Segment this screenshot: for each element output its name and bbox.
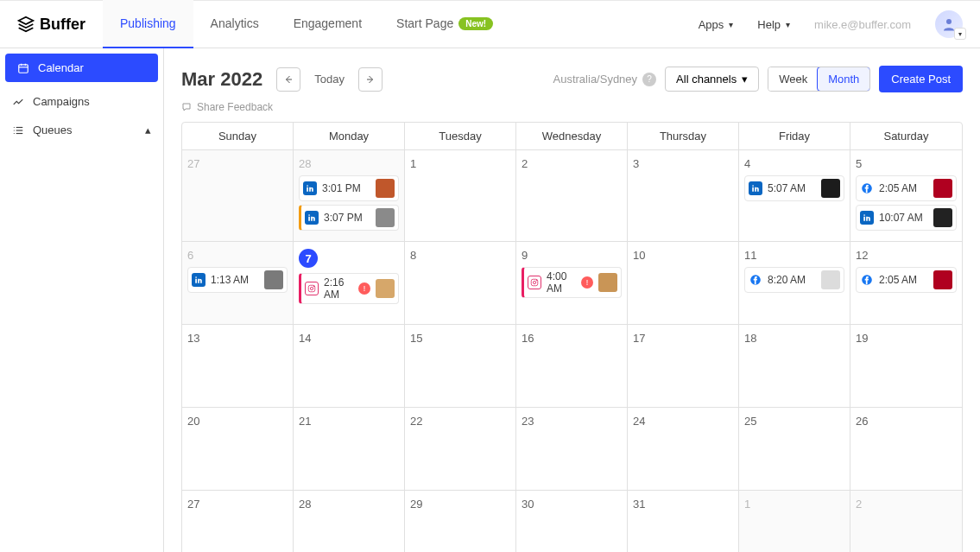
- day-number: 29: [410, 498, 510, 511]
- tab-label: Engagement: [294, 16, 362, 30]
- day-number: 27: [187, 498, 288, 511]
- calendar-day-cell[interactable]: 30: [516, 491, 628, 552]
- sidebar-item-queues[interactable]: Queues▴: [0, 116, 163, 144]
- calendar-day-cell[interactable]: 15: [405, 325, 516, 408]
- calendar-day-cell[interactable]: 14: [294, 325, 405, 408]
- day-number: 7: [299, 249, 318, 268]
- calendar-day-cell[interactable]: 45:07 AM: [739, 150, 850, 242]
- calendar-day-cell[interactable]: 10: [628, 242, 739, 325]
- calendar-day-cell[interactable]: 25: [739, 408, 850, 491]
- day-number: 17: [633, 332, 733, 345]
- help-menu[interactable]: Help: [757, 18, 790, 31]
- scheduled-post[interactable]: 2:05 AM: [856, 175, 957, 201]
- svg-point-9: [14, 130, 15, 130]
- day-header: Monday: [294, 123, 405, 149]
- calendar-day-cell[interactable]: 61:13 AM: [182, 242, 294, 325]
- calendar-day-cell[interactable]: 2: [850, 491, 962, 552]
- calendar-day-cell[interactable]: 1: [405, 150, 516, 242]
- calendar-day-cell[interactable]: 3: [628, 150, 739, 242]
- view-week[interactable]: Week: [768, 67, 818, 91]
- calendar-day-cell[interactable]: 22: [405, 408, 516, 491]
- sidebar-item-label: Queues: [33, 124, 73, 136]
- calendar-day-cell[interactable]: 27: [182, 150, 294, 242]
- calendar-day-cell[interactable]: 94:00 AM!: [516, 242, 628, 325]
- post-thumbnail: [264, 270, 283, 289]
- day-number: 19: [856, 332, 957, 345]
- scheduled-post[interactable]: 8:20 AM: [744, 267, 844, 293]
- day-number: 6: [187, 249, 288, 262]
- calendar-day-cell[interactable]: 29: [405, 491, 516, 552]
- calendar-header: Mar 2022 Today Australia/Sydney ? All ch…: [181, 66, 963, 92]
- month-title: Mar 2022: [181, 68, 262, 91]
- main-tabs: PublishingAnalyticsEngagementStart PageN…: [103, 0, 510, 48]
- buffer-logo-icon: [17, 16, 35, 33]
- day-number: 28: [299, 498, 399, 511]
- svg-rect-15: [752, 187, 754, 192]
- chevron-down-icon: ▾: [742, 73, 748, 86]
- chat-icon: [181, 102, 192, 112]
- brand-logo[interactable]: Buffer: [17, 16, 85, 34]
- calendar-day-cell[interactable]: 72:16 AM!: [294, 242, 405, 325]
- calendar-day-cell[interactable]: 21: [294, 408, 405, 491]
- create-post-button[interactable]: Create Post: [879, 66, 963, 92]
- scheduled-post[interactable]: 3:01 PM: [299, 175, 399, 201]
- calendar-day-cell[interactable]: 20: [182, 408, 294, 491]
- view-month[interactable]: Month: [817, 67, 870, 92]
- calendar-day-cell[interactable]: 24: [628, 408, 739, 491]
- day-number: 2: [856, 498, 957, 511]
- calendar-day-cell[interactable]: 13: [182, 325, 294, 408]
- calendar-day-cell[interactable]: 283:01 PM3:07 PM: [294, 150, 405, 242]
- sidebar-item-calendar[interactable]: Calendar: [5, 54, 158, 82]
- calendar-day-cell[interactable]: 23: [516, 408, 628, 491]
- calendar-day-cell[interactable]: 1: [739, 491, 850, 552]
- calendar-day-cell[interactable]: 122:05 AM: [850, 242, 962, 325]
- help-icon[interactable]: ?: [642, 73, 656, 86]
- calendar-day-cell[interactable]: 16: [516, 325, 628, 408]
- calendar-day-cell[interactable]: 31: [628, 491, 739, 552]
- today-button[interactable]: Today: [309, 73, 350, 86]
- calendar-day-cell[interactable]: 27: [182, 491, 294, 552]
- tab-publishing[interactable]: Publishing: [103, 0, 193, 48]
- calendar-header-right: Australia/Sydney ? All channels ▾ Week M…: [553, 66, 963, 92]
- post-time: 1:13 AM: [211, 274, 259, 286]
- calendar-day-cell[interactable]: 2: [516, 150, 628, 242]
- facebook-icon: [860, 273, 874, 287]
- post-thumbnail: [376, 179, 395, 198]
- svg-rect-1: [19, 64, 28, 72]
- sidebar-item-campaigns[interactable]: Campaigns: [0, 87, 163, 116]
- tab-start-page[interactable]: Start PageNew!: [379, 0, 510, 48]
- share-feedback-link[interactable]: Share Feedback: [181, 101, 963, 113]
- instagram-icon: [528, 276, 541, 289]
- channels-dropdown[interactable]: All channels ▾: [665, 67, 759, 92]
- svg-point-21: [195, 276, 197, 278]
- apps-menu[interactable]: Apps: [699, 18, 734, 31]
- day-number: 25: [744, 415, 844, 428]
- tab-engagement[interactable]: Engagement: [276, 0, 379, 48]
- scheduled-post[interactable]: 1:13 AM: [187, 267, 288, 293]
- prev-month-button[interactable]: [276, 67, 300, 92]
- scheduled-post[interactable]: 2:05 AM: [856, 267, 957, 293]
- scheduled-post[interactable]: 4:00 AM!: [522, 267, 622, 298]
- calendar-day-cell[interactable]: 18: [739, 325, 850, 408]
- linkedin-icon: [192, 273, 205, 287]
- timezone-label: Australia/Sydney ?: [553, 73, 657, 86]
- user-avatar-menu[interactable]: ▾: [935, 10, 963, 38]
- scheduled-post[interactable]: 10:07 AM: [856, 205, 957, 231]
- calendar-day-cell[interactable]: 8: [405, 242, 516, 325]
- next-month-button[interactable]: [358, 67, 383, 92]
- scheduled-post[interactable]: 5:07 AM: [744, 175, 844, 201]
- calendar-day-cell[interactable]: 118:20 AM: [739, 242, 850, 325]
- day-number: 13: [187, 332, 288, 345]
- list-icon: [12, 124, 24, 136]
- post-thumbnail: [933, 179, 952, 198]
- calendar-day-cell[interactable]: 52:05 AM10:07 AM: [850, 150, 962, 242]
- calendar-day-cell[interactable]: 26: [850, 408, 962, 491]
- day-number: 27: [187, 157, 288, 170]
- calendar-day-cell[interactable]: 19: [850, 325, 962, 408]
- calendar-day-cell[interactable]: 17: [628, 325, 739, 408]
- tab-analytics[interactable]: Analytics: [193, 0, 276, 48]
- scheduled-post[interactable]: 2:16 AM!: [299, 273, 399, 304]
- calendar-day-cell[interactable]: 28: [294, 491, 405, 552]
- scheduled-post[interactable]: 3:07 PM: [299, 205, 399, 231]
- topbar-right: Apps Help mike.e@buffer.com ▾: [699, 10, 963, 38]
